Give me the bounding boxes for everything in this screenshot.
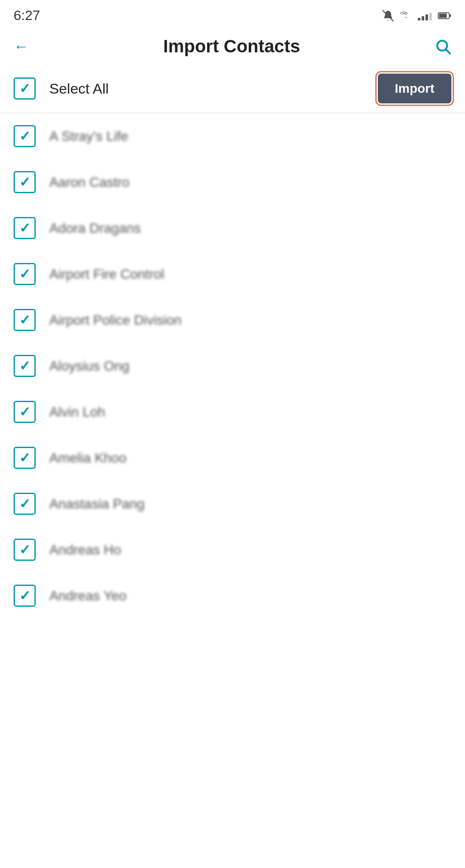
contact-name-10: Andreas Yeo: [49, 588, 127, 604]
list-item: ✓ Andreas Yeo: [14, 573, 451, 619]
svg-rect-3: [439, 14, 447, 18]
checkmark-icon: ✓: [19, 313, 31, 327]
checkmark-icon: ✓: [19, 359, 31, 373]
contact-name-4: Airport Police Division: [49, 312, 181, 328]
list-item: ✓ Adora Dragans: [14, 205, 451, 251]
battery-icon: [438, 12, 451, 20]
contact-name-2: Adora Dragans: [49, 220, 141, 236]
contact-checkbox-4[interactable]: ✓: [14, 309, 36, 331]
status-icons: [382, 10, 451, 22]
contact-name-8: Anastasia Pang: [49, 496, 145, 512]
contact-checkbox-3[interactable]: ✓: [14, 263, 36, 285]
list-item: ✓ Aloysius Ong: [14, 343, 451, 389]
status-time: 6:27: [14, 8, 40, 23]
checkmark-icon: ✓: [19, 405, 31, 419]
contact-checkbox-0[interactable]: ✓: [14, 125, 36, 147]
checkmark-icon: ✓: [19, 129, 31, 143]
checkmark-icon: ✓: [19, 543, 31, 557]
checkmark-icon: ✓: [19, 451, 31, 465]
select-all-row: ✓ Select All Import: [0, 64, 465, 113]
svg-rect-4: [450, 14, 451, 17]
checkmark-icon: ✓: [19, 221, 31, 235]
list-item: ✓ Anastasia Pang: [14, 481, 451, 527]
select-all-label: Select All: [49, 80, 378, 97]
contact-checkbox-8[interactable]: ✓: [14, 493, 36, 515]
wifi-icon: [400, 11, 412, 20]
list-item: ✓ Airport Fire Control: [14, 251, 451, 297]
contact-checkbox-10[interactable]: ✓: [14, 585, 36, 607]
contact-checkbox-6[interactable]: ✓: [14, 401, 36, 423]
contact-name-5: Aloysius Ong: [49, 358, 130, 374]
app-bar: ← Import Contacts: [0, 29, 465, 64]
list-item: ✓ A Stray's Life: [14, 113, 451, 159]
contact-name-1: Aaron Castro: [49, 174, 130, 190]
signal-icon: [418, 11, 432, 20]
list-item: ✓ Amelia Khoo: [14, 435, 451, 481]
back-button[interactable]: ←: [14, 39, 29, 54]
search-icon[interactable]: [434, 38, 451, 55]
page-title: Import Contacts: [37, 36, 426, 57]
select-all-checkbox[interactable]: ✓: [14, 77, 36, 100]
list-item: ✓ Andreas Ho: [14, 527, 451, 573]
contact-checkbox-1[interactable]: ✓: [14, 171, 36, 193]
import-button[interactable]: Import: [378, 74, 451, 103]
contact-name-0: A Stray's Life: [49, 128, 128, 144]
contact-checkbox-2[interactable]: ✓: [14, 217, 36, 239]
checkmark-icon: ✓: [19, 497, 31, 511]
list-item: ✓ Airport Police Division: [14, 297, 451, 343]
checkmark-icon: ✓: [19, 589, 31, 602]
contact-name-7: Amelia Khoo: [49, 450, 126, 466]
svg-point-1: [405, 17, 406, 17]
contact-name-9: Andreas Ho: [49, 542, 121, 558]
mute-icon: [382, 10, 394, 22]
status-bar: 6:27: [0, 0, 465, 29]
contact-checkbox-7[interactable]: ✓: [14, 447, 36, 469]
svg-line-6: [446, 50, 450, 54]
contact-name-3: Airport Fire Control: [49, 266, 164, 282]
contact-list: ✓ A Stray's Life ✓ Aaron Castro ✓ Adora …: [0, 113, 465, 619]
checkmark-icon: ✓: [19, 267, 31, 281]
contact-checkbox-9[interactable]: ✓: [14, 539, 36, 561]
checkmark-icon: ✓: [19, 175, 31, 189]
checkmark-icon: ✓: [19, 82, 31, 95]
contact-checkbox-5[interactable]: ✓: [14, 355, 36, 377]
contact-name-6: Alvin Loh: [49, 404, 105, 420]
list-item: ✓ Aaron Castro: [14, 159, 451, 205]
list-item: ✓ Alvin Loh: [14, 389, 451, 435]
